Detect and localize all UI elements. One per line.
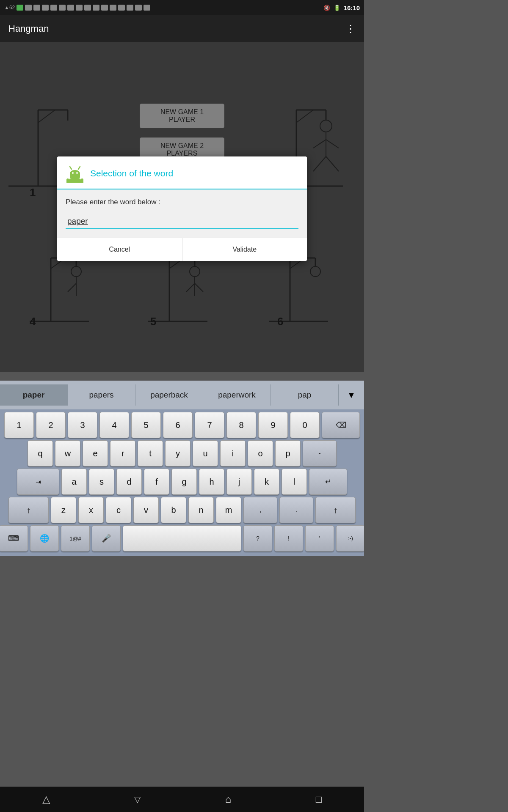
shift-right-key[interactable]: ↑: [315, 497, 356, 523]
suggestion-arrow[interactable]: ▼: [339, 381, 364, 409]
key-b[interactable]: b: [161, 497, 186, 523]
nav-recent[interactable]: □: [316, 793, 322, 805]
key-2[interactable]: 2: [36, 412, 66, 438]
space-key[interactable]: [123, 525, 241, 551]
svg-point-41: [72, 172, 74, 174]
key-8[interactable]: 8: [226, 412, 256, 438]
keyboard-asdf-row: ⇥ a s d f g h j k l ↵: [2, 469, 362, 495]
key-w[interactable]: w: [55, 440, 80, 466]
key-4[interactable]: 4: [99, 412, 129, 438]
mic-key[interactable]: 🎤: [92, 525, 121, 551]
svg-line-40: [78, 167, 80, 169]
keyboard-qwerty-row: q w e r t y u i o p -: [2, 440, 362, 466]
suggestion-paperback[interactable]: paperback: [135, 384, 203, 406]
app-title: Hangman: [8, 23, 49, 34]
key-j[interactable]: j: [226, 469, 252, 495]
key-a[interactable]: a: [61, 469, 87, 495]
key-7[interactable]: 7: [195, 412, 224, 438]
key-6[interactable]: 6: [163, 412, 193, 438]
svg-rect-45: [81, 178, 83, 183]
svg-point-42: [76, 172, 78, 174]
dialog-body: Please enter the word below :: [57, 189, 307, 238]
suggestion-paperwork[interactable]: paperwork: [203, 384, 271, 406]
game-background: NEW GAME 1 PLAYER NEW GAME 2 PLAYERS 1: [0, 42, 364, 372]
validate-button[interactable]: Validate: [182, 238, 307, 261]
key-1[interactable]: 1: [4, 412, 34, 438]
keyboard-switch-key[interactable]: ⌨: [0, 525, 28, 551]
backspace-key[interactable]: ⌫: [322, 412, 360, 438]
nav-home[interactable]: ⌂: [225, 793, 232, 805]
key-r[interactable]: r: [110, 440, 135, 466]
nav-back[interactable]: △: [42, 793, 50, 805]
key-3[interactable]: 3: [68, 412, 97, 438]
app-bar: Hangman ⋮: [0, 15, 364, 42]
nav-down[interactable]: ▽: [134, 794, 141, 804]
num-sym-key[interactable]: 1@#: [61, 525, 90, 551]
tab-key[interactable]: ⇥: [17, 469, 59, 495]
svg-line-39: [70, 167, 72, 169]
overflow-menu-icon[interactable]: ⋮: [345, 23, 356, 35]
android-icon: [66, 164, 84, 183]
word-input[interactable]: [66, 214, 298, 228]
status-time: 16:10: [344, 4, 360, 11]
key-period[interactable]: .: [279, 497, 313, 523]
key-5[interactable]: 5: [131, 412, 161, 438]
cancel-button[interactable]: Cancel: [57, 238, 182, 261]
key-g[interactable]: g: [171, 469, 197, 495]
key-u[interactable]: u: [193, 440, 218, 466]
suggestion-paper[interactable]: paper: [0, 384, 68, 406]
key-z[interactable]: z: [51, 497, 76, 523]
key-s[interactable]: s: [89, 469, 114, 495]
key-d[interactable]: d: [116, 469, 142, 495]
keyboard: 1 2 3 4 5 6 7 8 9 0 ⌫ q w e r t y u i o …: [0, 409, 364, 556]
key-v[interactable]: v: [133, 497, 159, 523]
status-bar: ▲62 🔇 🔋 16:10: [0, 0, 364, 15]
enter-key[interactable]: ↵: [309, 469, 347, 495]
key-p[interactable]: p: [275, 440, 301, 466]
dialog-overlay: Selection of the word Please enter the w…: [0, 42, 364, 372]
key-f[interactable]: f: [144, 469, 169, 495]
suggestion-pap[interactable]: pap: [271, 384, 339, 406]
keyboard-zxcv-row: ↑ z x c v b n m , . ↑: [2, 497, 362, 523]
key-comma[interactable]: ,: [243, 497, 277, 523]
globe-key[interactable]: 🌐: [30, 525, 59, 551]
key-question[interactable]: ?: [243, 525, 272, 551]
key-0[interactable]: 0: [290, 412, 320, 438]
dialog-buttons: Cancel Validate: [57, 238, 307, 261]
key-9[interactable]: 9: [258, 412, 288, 438]
dialog-title-bar: Selection of the word: [57, 156, 307, 189]
svg-rect-43: [69, 178, 81, 183]
status-icons: ▲62: [4, 5, 150, 11]
key-exclaim[interactable]: !: [274, 525, 303, 551]
keyboard-bottom-row: ⌨ 🌐 1@# 🎤 ? ! ' :-): [2, 525, 362, 551]
shift-left-key[interactable]: ↑: [8, 497, 49, 523]
key-l[interactable]: l: [282, 469, 307, 495]
key-h[interactable]: h: [199, 469, 224, 495]
key-k[interactable]: k: [254, 469, 279, 495]
key-o[interactable]: o: [248, 440, 273, 466]
key-c[interactable]: c: [106, 497, 131, 523]
key-apostrophe[interactable]: ': [305, 525, 334, 551]
keyboard-number-row: 1 2 3 4 5 6 7 8 9 0 ⌫: [2, 412, 362, 438]
suggestion-papers[interactable]: papers: [68, 384, 135, 406]
key-e[interactable]: e: [83, 440, 108, 466]
dialog: Selection of the word Please enter the w…: [57, 156, 307, 261]
key-y[interactable]: y: [165, 440, 190, 466]
dialog-prompt: Please enter the word below :: [66, 198, 298, 206]
nav-bar: △ ▽ ⌂ □: [0, 787, 364, 812]
key-dash[interactable]: -: [303, 440, 337, 466]
key-m[interactable]: m: [216, 497, 241, 523]
key-smiley[interactable]: :-): [336, 525, 364, 551]
dialog-title: Selection of the word: [90, 168, 173, 178]
key-q[interactable]: q: [28, 440, 53, 466]
word-input-container: [66, 214, 298, 229]
key-t[interactable]: t: [138, 440, 163, 466]
key-i[interactable]: i: [220, 440, 246, 466]
key-n[interactable]: n: [188, 497, 214, 523]
keyboard-suggestions: paper papers paperback paperwork pap ▼: [0, 381, 364, 409]
svg-rect-44: [66, 178, 69, 183]
key-x[interactable]: x: [78, 497, 104, 523]
